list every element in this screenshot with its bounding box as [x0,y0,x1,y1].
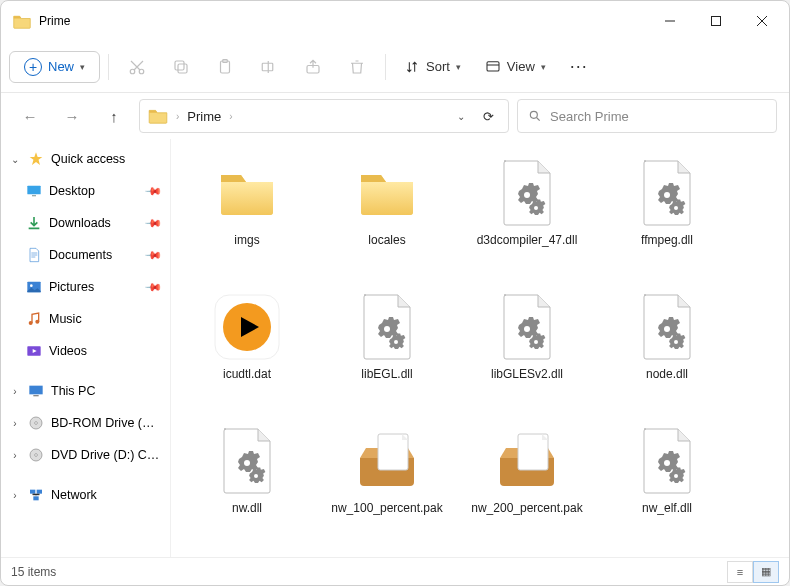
chevron-right-icon: › [9,450,21,461]
new-label: New [48,59,74,74]
up-button[interactable]: ↑ [97,99,131,133]
separator [108,54,109,80]
svg-point-22 [35,320,39,324]
file-icon [631,425,703,497]
sidebar-item-pictures[interactable]: Pictures📌 [3,271,168,303]
view-label: View [507,59,535,74]
maximize-button[interactable] [693,5,739,37]
copy-button[interactable] [161,49,201,85]
chevron-down-icon[interactable]: ⌄ [453,111,469,122]
details-view-button[interactable]: ≡ [727,561,753,583]
breadcrumb[interactable]: › Prime › ⌄ ⟳ [139,99,509,133]
title-bar: Prime [1,1,789,41]
svg-point-50 [674,474,678,478]
file-item[interactable]: d3dcompiler_47.dll [461,153,593,275]
svg-rect-7 [175,61,184,70]
sidebar-item-dvd[interactable]: ›DVD Drive (D:) CCCC [3,439,168,471]
svg-rect-18 [32,195,36,196]
file-item[interactable]: imgs [181,153,313,275]
pin-icon: 📌 [143,277,162,296]
search-placeholder: Search Prime [550,109,629,124]
file-name: node.dll [646,367,688,382]
svg-point-49 [664,460,670,466]
file-name: ffmpeg.dll [641,233,693,248]
file-name: d3dcompiler_47.dll [477,233,578,248]
search-icon [528,109,542,123]
file-name: libGLESv2.dll [491,367,563,382]
minimize-button[interactable] [647,5,693,37]
pin-icon: 📌 [143,245,162,264]
sidebar-item-music[interactable]: Music [3,303,168,335]
paste-button[interactable] [205,49,245,85]
large-icons-view-button[interactable]: ▦ [753,561,779,583]
new-button[interactable]: + New ▾ [9,51,100,83]
svg-point-40 [394,340,398,344]
sidebar-item-label: Videos [49,344,160,358]
file-list[interactable]: imgslocalesd3dcompiler_47.dllffmpeg.dlli… [171,139,789,557]
more-button[interactable]: ··· [560,56,598,77]
file-item[interactable]: nw.dll [181,421,313,543]
sort-label: Sort [426,59,450,74]
file-item[interactable]: locales [321,153,453,275]
back-button[interactable]: ← [13,99,47,133]
sidebar-item-downloads[interactable]: Downloads📌 [3,207,168,239]
svg-point-43 [664,326,670,332]
sidebar-item-quick-access[interactable]: ⌄ Quick access [3,143,168,175]
file-icon [351,157,423,229]
sidebar-item-bdrom[interactable]: ›BD-ROM Drive (E:) C [3,407,168,439]
file-item[interactable]: icudtl.dat [181,287,313,409]
breadcrumb-item[interactable]: Prime [187,109,221,124]
sidebar-item-label: Desktop [49,184,140,198]
sidebar-item-this-pc[interactable]: ›This PC [3,375,168,407]
file-item[interactable]: nw_100_percent.pak [321,421,453,543]
svg-line-16 [537,118,540,121]
rename-button[interactable] [249,49,289,85]
close-button[interactable] [739,5,785,37]
svg-point-44 [674,340,678,344]
cut-button[interactable] [117,49,157,85]
svg-point-42 [534,340,538,344]
svg-rect-32 [33,496,38,500]
delete-button[interactable] [337,49,377,85]
svg-point-36 [674,206,678,210]
svg-point-29 [35,454,38,457]
sidebar-item-label: DVD Drive (D:) CCCC [51,448,160,462]
sidebar-item-desktop[interactable]: Desktop📌 [3,175,168,207]
file-name: imgs [234,233,259,248]
forward-button[interactable]: → [55,99,89,133]
item-count: 15 items [11,565,56,579]
sidebar-item-label: Pictures [49,280,140,294]
disc-icon [27,446,45,464]
window-title: Prime [39,14,70,28]
file-item[interactable]: nw_200_percent.pak [461,421,593,543]
view-icon [485,59,501,75]
sidebar-item-videos[interactable]: Videos [3,335,168,367]
sidebar-item-label: Documents [49,248,140,262]
file-icon [631,291,703,363]
svg-rect-31 [37,490,42,494]
sort-button[interactable]: Sort ▾ [394,53,471,81]
sidebar-item-label: BD-ROM Drive (E:) C [51,416,160,430]
sidebar-item-network[interactable]: ›Network [3,479,168,511]
downloads-icon [25,214,43,232]
file-icon [491,291,563,363]
sidebar-item-documents[interactable]: Documents📌 [3,239,168,271]
view-button[interactable]: View ▾ [475,53,556,81]
share-button[interactable] [293,49,333,85]
desktop-icon [25,182,43,200]
file-item[interactable]: ffmpeg.dll [601,153,733,275]
file-item[interactable]: libEGL.dll [321,287,453,409]
file-item[interactable]: nw_elf.dll [601,421,733,543]
svg-point-21 [29,321,33,325]
svg-point-35 [664,192,670,198]
chevron-down-icon: ▾ [80,62,85,72]
file-icon [631,157,703,229]
disc-icon [27,414,45,432]
refresh-button[interactable]: ⟳ [477,109,500,124]
search-input[interactable]: Search Prime [517,99,777,133]
file-name: nw.dll [232,501,262,516]
svg-point-45 [244,460,250,466]
file-item[interactable]: node.dll [601,287,733,409]
chevron-down-icon: ⌄ [9,154,21,165]
file-item[interactable]: libGLESv2.dll [461,287,593,409]
